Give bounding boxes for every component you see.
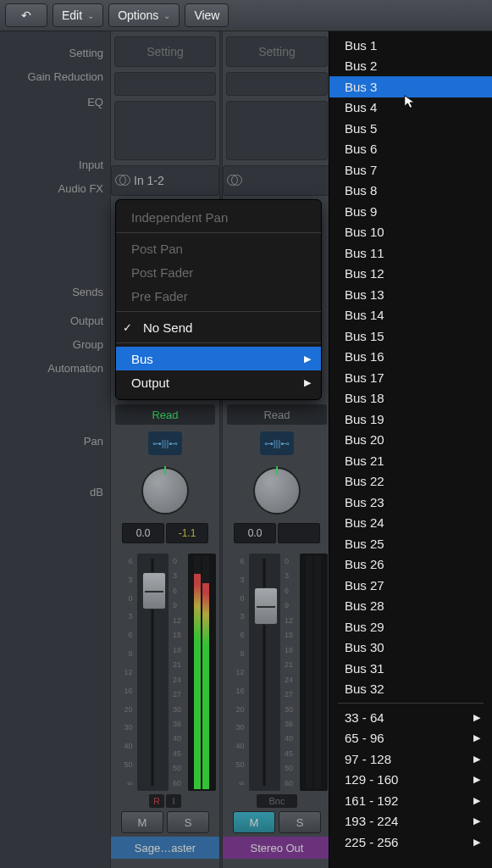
bus-item[interactable]: Bus 28 bbox=[329, 596, 492, 617]
edit-menu-button[interactable]: Edit⌄ bbox=[53, 3, 103, 27]
view-menu-button[interactable]: View bbox=[185, 3, 229, 27]
submenu-arrow-icon: ▶ bbox=[473, 795, 480, 806]
channel-strip-1: Setting In 1-2 Read ⊶|||⊷ 0.0 -1.1 63036… bbox=[110, 31, 220, 868]
bus-item[interactable]: Bus 32 bbox=[329, 679, 492, 700]
bus-item[interactable]: Bus 11 bbox=[329, 242, 492, 264]
gain-reduction-slot[interactable] bbox=[226, 72, 328, 96]
peak-value[interactable]: -1.1 bbox=[166, 523, 208, 543]
bus-item[interactable]: Bus 5 bbox=[329, 118, 492, 139]
fader[interactable] bbox=[137, 554, 169, 791]
bus-range-item[interactable]: 193 - 224▶ bbox=[329, 811, 492, 832]
bus-item[interactable]: Bus 16 bbox=[329, 347, 492, 368]
fader-cap[interactable] bbox=[254, 587, 278, 625]
bus-item[interactable]: Bus 18 bbox=[329, 388, 492, 409]
waveform-button[interactable]: ⊶|||⊷ bbox=[148, 431, 182, 455]
level-meter bbox=[188, 554, 216, 791]
bus-item[interactable]: Bus 2 bbox=[329, 56, 492, 77]
bus-item[interactable]: Bus 12 bbox=[329, 264, 492, 285]
menu-item-no-send[interactable]: ✓No Send bbox=[116, 315, 321, 339]
bus-range-item[interactable]: 161 - 192▶ bbox=[329, 790, 492, 811]
bus-item[interactable]: Bus 9 bbox=[329, 201, 492, 222]
input-monitor-button[interactable]: I bbox=[166, 794, 181, 808]
bus-item[interactable]: Bus 17 bbox=[329, 367, 492, 388]
menu-item-post-fader[interactable]: Post Fader bbox=[116, 260, 321, 284]
setting-slot[interactable]: Setting bbox=[226, 36, 328, 67]
bus-item[interactable]: Bus 10 bbox=[329, 222, 492, 243]
submenu-arrow-icon: ▶ bbox=[473, 732, 480, 743]
fader[interactable] bbox=[249, 554, 280, 791]
submenu-arrow-icon: ▶ bbox=[304, 377, 311, 388]
bus-item[interactable]: Bus 23 bbox=[329, 492, 492, 513]
eq-slot[interactable] bbox=[226, 101, 328, 160]
label-setting: Setting bbox=[0, 42, 110, 65]
bus-item[interactable]: Bus 25 bbox=[329, 533, 492, 554]
track-name[interactable]: Sage…aster bbox=[111, 837, 219, 859]
stereo-icon bbox=[227, 173, 242, 188]
peak-value[interactable] bbox=[278, 523, 320, 543]
bus-item[interactable]: Bus 31 bbox=[329, 658, 492, 679]
mute-button[interactable]: M bbox=[233, 811, 275, 833]
bus-item[interactable]: Bus 26 bbox=[329, 554, 492, 576]
menu-item-independent-pan[interactable]: Independent Pan bbox=[116, 205, 321, 229]
record-button[interactable]: R bbox=[149, 794, 164, 808]
bus-item[interactable]: Bus 22 bbox=[329, 471, 492, 492]
pan-knob[interactable] bbox=[141, 467, 189, 515]
bus-item[interactable]: Bus 13 bbox=[329, 284, 492, 305]
eq-slot[interactable] bbox=[114, 101, 216, 160]
input-slot[interactable] bbox=[223, 165, 331, 196]
bus-submenu: Bus 1Bus 2Bus 3Bus 4Bus 5Bus 6Bus 7Bus 8… bbox=[329, 31, 492, 868]
automation-mode[interactable]: Read bbox=[227, 404, 327, 425]
menu-item-output[interactable]: Output▶ bbox=[116, 370, 321, 394]
gain-reduction-slot[interactable] bbox=[114, 72, 216, 96]
bus-range-item[interactable]: 97 - 128▶ bbox=[329, 748, 492, 770]
automation-mode[interactable]: Read bbox=[115, 404, 215, 425]
fader-scale: 630369121620304050∞ bbox=[114, 554, 135, 791]
level-meter bbox=[300, 554, 328, 791]
mute-button[interactable]: M bbox=[121, 811, 163, 833]
bus-item[interactable]: Bus 1 bbox=[329, 35, 492, 56]
submenu-arrow-icon: ▶ bbox=[473, 774, 480, 785]
bus-item[interactable]: Bus 20 bbox=[329, 430, 492, 451]
bus-range-item[interactable]: 33 - 64▶ bbox=[329, 707, 492, 728]
db-value[interactable]: 0.0 bbox=[234, 523, 276, 543]
options-menu-button[interactable]: Options⌄ bbox=[108, 3, 180, 27]
submenu-arrow-icon: ▶ bbox=[473, 837, 480, 848]
bus-item[interactable]: Bus 24 bbox=[329, 513, 492, 534]
bus-item[interactable]: Bus 6 bbox=[329, 139, 492, 160]
label-pan: Pan bbox=[0, 430, 110, 453]
db-value[interactable]: 0.0 bbox=[122, 523, 164, 543]
row-labels: Setting Gain Reduction EQ Input Audio FX… bbox=[0, 31, 110, 868]
bus-item[interactable]: Bus 27 bbox=[329, 575, 492, 596]
submenu-arrow-icon: ▶ bbox=[473, 712, 480, 723]
waveform-icon: ⊶|||⊷ bbox=[264, 438, 290, 449]
toolbar: ↶ Edit⌄ Options⌄ View bbox=[0, 0, 492, 31]
solo-button[interactable]: S bbox=[167, 811, 209, 833]
bounce-button[interactable]: Bnc bbox=[257, 794, 297, 808]
bus-item[interactable]: Bus 14 bbox=[329, 305, 492, 326]
bus-item[interactable]: Bus 19 bbox=[329, 409, 492, 430]
fader-cap[interactable] bbox=[142, 572, 166, 609]
bus-item[interactable]: Bus 8 bbox=[329, 181, 492, 202]
bus-item[interactable]: Bus 29 bbox=[329, 616, 492, 637]
back-button[interactable]: ↶ bbox=[5, 3, 47, 27]
input-slot[interactable]: In 1-2 bbox=[111, 165, 219, 196]
meter-scale: 0369121518212427303640455060 bbox=[282, 554, 300, 791]
stereo-icon bbox=[115, 173, 130, 188]
send-context-menu: Independent Pan Post Pan Post Fader Pre … bbox=[115, 199, 322, 400]
bus-range-item[interactable]: 65 - 96▶ bbox=[329, 728, 492, 749]
menu-item-post-pan[interactable]: Post Pan bbox=[116, 236, 321, 260]
pan-knob[interactable] bbox=[253, 467, 301, 515]
track-name[interactable]: Stereo Out bbox=[223, 837, 331, 859]
setting-slot[interactable]: Setting bbox=[114, 36, 216, 67]
menu-item-bus[interactable]: Bus▶ bbox=[116, 347, 321, 370]
bus-item[interactable]: Bus 15 bbox=[329, 326, 492, 347]
bus-range-item[interactable]: 129 - 160▶ bbox=[329, 770, 492, 791]
label-gain-reduction: Gain Reduction bbox=[0, 65, 110, 89]
bus-item[interactable]: Bus 21 bbox=[329, 450, 492, 471]
waveform-button[interactable]: ⊶|||⊷ bbox=[260, 431, 294, 455]
bus-range-item[interactable]: 225 - 256▶ bbox=[329, 832, 492, 853]
solo-button[interactable]: S bbox=[279, 811, 321, 833]
bus-item[interactable]: Bus 7 bbox=[329, 159, 492, 181]
bus-item[interactable]: Bus 30 bbox=[329, 637, 492, 659]
menu-item-pre-fader[interactable]: Pre Fader bbox=[116, 284, 321, 308]
